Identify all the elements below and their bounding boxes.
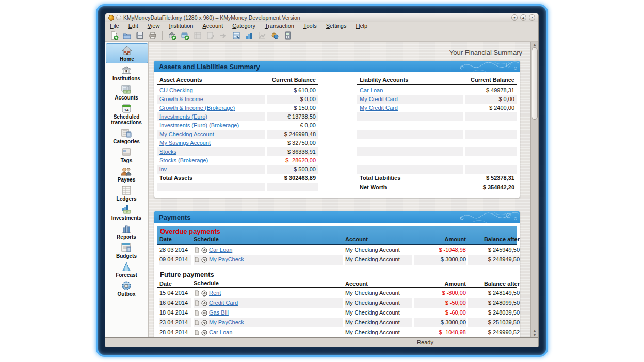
ledger-icon[interactable] (231, 30, 242, 41)
decorative-swirl (458, 61, 520, 72)
asset-accounts-table: Asset Accounts Current Balance CU Checki… (157, 75, 318, 191)
sidebar-item-categories[interactable]: Categories (105, 126, 148, 145)
future-table-header: Date Schedule Account Amount Balance aft… (157, 279, 517, 288)
account-link[interactable]: Investments (Euro) (159, 113, 207, 120)
sidebar-item-forecast[interactable]: Forecast (105, 260, 148, 279)
edit-schedule-icon[interactable] (194, 257, 200, 263)
sidebar-item-scheduled-transactions[interactable]: 14 Scheduled transactions (105, 102, 148, 126)
edit-schedule-icon[interactable] (194, 247, 200, 253)
update-prices-icon[interactable] (269, 30, 281, 41)
vertical-scrollbar[interactable]: ▲ ▲ ▼ (530, 42, 538, 337)
table-row: Investments (Euro) (Brokerage) € 0,00 (157, 121, 318, 130)
new-institution-icon[interactable] (166, 30, 178, 41)
new-account-icon[interactable] (179, 30, 190, 41)
account-overview-icon[interactable] (192, 30, 203, 41)
sidebar-item-reports[interactable]: Reports (105, 222, 148, 241)
sidebar-item-institutions[interactable]: Institutions (105, 63, 148, 83)
edit-schedule-icon[interactable] (194, 310, 200, 316)
close-button[interactable]: × (529, 14, 535, 21)
payees-icon[interactable] (244, 30, 255, 41)
chart-icon[interactable] (256, 30, 268, 41)
sidebar-item-outbox[interactable]: Outbox (105, 279, 148, 298)
menu-tools[interactable]: Tools (303, 22, 317, 30)
sidebar-item-ledgers[interactable]: Ledgers (105, 184, 148, 203)
account-link[interactable]: My Credit Card (360, 105, 398, 111)
enter-schedule-icon[interactable] (201, 310, 207, 316)
schedule-link[interactable]: Credit Card (209, 298, 238, 308)
enter-schedule-icon[interactable] (201, 247, 207, 253)
enter-schedule-icon[interactable] (201, 300, 207, 306)
enter-schedule-icon[interactable] (201, 330, 207, 336)
total-liabilities-row: Total Liabilities $ 52378,31 (357, 174, 517, 183)
save-icon[interactable] (134, 30, 146, 41)
payment-row: 15 04 2014 Rent My Checking Account $ -8… (157, 288, 517, 298)
account-link[interactable]: Growth & Income (159, 96, 203, 102)
edit-schedule-icon[interactable] (194, 300, 200, 306)
account-link[interactable]: My Savings Account (159, 140, 211, 146)
schedule-link[interactable]: Car Loan (209, 245, 232, 255)
table-row (157, 183, 318, 191)
account-link[interactable]: Car Loan (360, 87, 383, 93)
account-link[interactable]: CU Checking (159, 87, 193, 93)
menu-file[interactable]: File (110, 22, 119, 30)
sidebar-item-tags[interactable]: Tags (105, 145, 148, 164)
table-row (357, 139, 517, 147)
enter-schedule-icon[interactable] (201, 290, 207, 297)
account-link[interactable]: Growth & Income (Brokerage) (159, 105, 235, 111)
schedule-link[interactable]: My PayCheck (209, 318, 244, 327)
overdue-payments-block: Overdue payments Date Schedule Account A… (157, 226, 517, 245)
enter-schedule-icon[interactable] (201, 257, 207, 263)
account-link[interactable]: Investments (Euro) (Brokerage) (159, 122, 239, 128)
menu-transaction[interactable]: Transaction (265, 22, 294, 30)
menu-edit[interactable]: Edit (128, 22, 138, 30)
home-icon (121, 45, 133, 56)
desktop-background: KMyMoneyDataFile.kmy (1280 x 960) – KMyM… (0, 0, 644, 362)
new-file-icon[interactable] (108, 30, 120, 41)
menu-view[interactable]: View (148, 22, 160, 30)
sidebar-item-home[interactable]: Home (106, 43, 148, 63)
schedule-link[interactable]: Gas Bill (209, 308, 229, 318)
scrollbar-thumb[interactable] (532, 47, 538, 120)
enter-schedule-icon[interactable] (201, 320, 207, 326)
accounts-icon (120, 84, 133, 94)
new-schedule-icon[interactable] (205, 30, 216, 41)
scroll-down-icon[interactable]: ▼ (531, 333, 538, 337)
edit-schedule-icon[interactable] (194, 290, 200, 297)
enter-transaction-icon[interactable] (218, 30, 229, 41)
ledgers-icon (121, 185, 132, 195)
account-link[interactable]: My Credit Card (360, 96, 398, 102)
edit-schedule-icon[interactable] (194, 320, 200, 326)
schedule-link[interactable]: My PayCheck (209, 255, 244, 265)
scroll-up-icon[interactable]: ▲ (531, 328, 538, 332)
reports-icon (121, 223, 132, 234)
calculator-icon[interactable] (282, 30, 294, 41)
menu-category[interactable]: Category (232, 22, 255, 30)
maximize-button[interactable]: ▴ (520, 14, 526, 21)
payment-row: 09 04 2014 My PayCheck My Checking Accou… (157, 255, 517, 265)
scroll-up-icon[interactable]: ▲ (531, 43, 538, 46)
minimize-button[interactable]: ▾ (511, 14, 518, 21)
menu-help[interactable]: Help (356, 22, 367, 30)
table-row: Growth & Income (Brokerage) $ 150,00 (157, 104, 318, 112)
sidebar-item-budgets[interactable]: Budgets (105, 241, 148, 260)
asset-table-header: Asset Accounts Current Balance (157, 75, 318, 85)
window-menu-icon[interactable] (116, 15, 121, 20)
table-row: Car Loan $ 49978,31 (357, 86, 517, 95)
sidebar-item-accounts[interactable]: Accounts (105, 83, 148, 102)
sidebar-item-investments[interactable]: Investments (105, 203, 148, 222)
table-row (357, 165, 517, 174)
print-icon[interactable] (147, 30, 158, 41)
account-link[interactable]: Stocks (Brokerage) (159, 157, 208, 163)
schedule-link[interactable]: Rent (209, 288, 221, 298)
menu-settings[interactable]: Settings (326, 22, 347, 30)
account-link[interactable]: My Checking Account (159, 131, 214, 137)
schedule-link[interactable]: Car Loan (209, 327, 232, 337)
edit-schedule-icon[interactable] (194, 330, 200, 336)
sidebar-item-payees[interactable]: Payees (105, 164, 148, 184)
open-file-icon[interactable] (121, 30, 133, 41)
account-link[interactable]: inv (159, 166, 167, 172)
menu-institution[interactable]: Institution (169, 22, 193, 30)
titlebar[interactable]: KMyMoneyDataFile.kmy (1280 x 960) – KMyM… (105, 13, 538, 22)
menu-account[interactable]: Account (202, 22, 223, 30)
account-link[interactable]: Stocks (159, 149, 176, 155)
